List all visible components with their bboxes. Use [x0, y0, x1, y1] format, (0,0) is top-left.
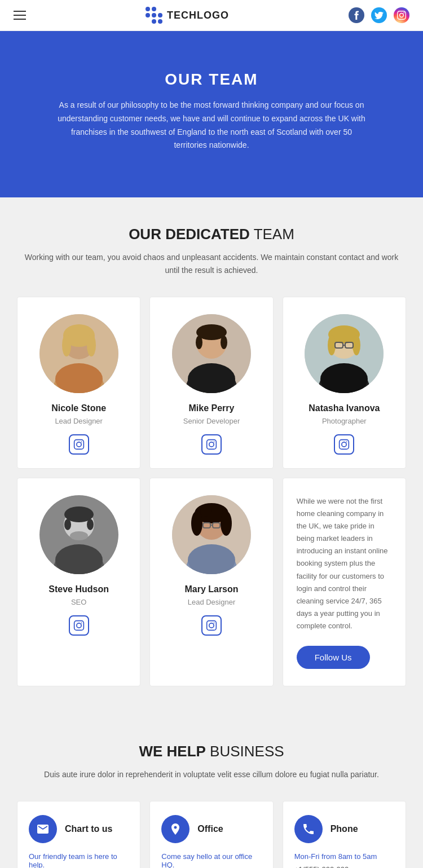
svg-point-16 — [221, 336, 227, 349]
svg-point-42 — [76, 623, 81, 628]
contact-card-office: Office Come say hello at our office HQ. … — [149, 801, 273, 868]
member-role-steve: SEO — [71, 598, 86, 606]
instagram-nicole[interactable] — [69, 434, 89, 455]
svg-point-8 — [76, 442, 81, 447]
svg-point-26 — [352, 335, 360, 355]
avatar-natasha — [305, 314, 384, 393]
twitter-icon[interactable] — [371, 7, 387, 23]
contact-grid: Chart to us Our friendly team is here to… — [17, 801, 406, 868]
member-name-steve: Steve Hudson — [49, 584, 109, 594]
svg-rect-41 — [74, 621, 83, 631]
svg-point-51 — [200, 505, 211, 517]
member-role-nicole: Lead Designer — [55, 417, 103, 425]
team-section-subtitle: Working with our team, you avoid chaos a… — [17, 251, 406, 276]
contact-card-office-header: Office — [161, 815, 261, 843]
contact-title-phone: Phone — [331, 824, 358, 834]
hero-description: As a result of our philosophy to be the … — [56, 99, 367, 152]
contact-card-phone: Phone Mon-Fri from 8am to 5am +1(555) 00… — [283, 801, 406, 868]
contact-detail-phone: +1(555) 000-000 — [294, 864, 394, 868]
contact-highlight-phone: Mon-Fri from 8am to 5am — [294, 852, 394, 861]
team-card-steve: Steve Hudson SEO — [17, 478, 140, 686]
location-icon-circle — [161, 815, 190, 843]
avatar-mary — [172, 495, 251, 574]
svg-rect-7 — [74, 440, 83, 450]
avatar-mike — [172, 314, 251, 393]
contact-card-phone-header: Phone — [294, 815, 394, 843]
logo-dots-icon — [146, 7, 162, 24]
help-section-subtitle: Duis aute irure dolor in reprehenderit i… — [17, 768, 406, 781]
avatar-steve — [39, 495, 118, 574]
facebook-icon[interactable] — [349, 7, 364, 23]
svg-point-50 — [221, 511, 232, 536]
instagram-steve[interactable] — [69, 615, 89, 636]
svg-point-49 — [191, 511, 202, 536]
svg-point-5 — [62, 334, 71, 356]
member-name-mary: Mary Larson — [184, 584, 238, 594]
svg-point-38 — [64, 519, 71, 530]
site-logo: TECHLOGO — [146, 7, 229, 24]
email-icon-circle — [29, 815, 57, 843]
avatar-nicole — [39, 314, 118, 393]
member-name-natasha: Natasha Ivanova — [309, 403, 380, 413]
svg-point-43 — [81, 623, 82, 624]
member-name-nicole: Nicole Stone — [51, 403, 106, 413]
member-role-mike: Senior Developer — [183, 417, 240, 425]
svg-point-15 — [196, 336, 202, 349]
svg-point-52 — [211, 504, 223, 515]
hero-title: OUR TEAM — [56, 71, 367, 89]
contact-highlight-office: Come say hello at our office HQ. — [161, 852, 261, 868]
team-card-mike: Mike Perry Senior Developer — [149, 297, 273, 469]
contact-highlight-email: Our friendly team is here to help. — [29, 852, 129, 868]
member-role-natasha: Photographer — [322, 417, 367, 425]
svg-rect-17 — [207, 440, 217, 450]
team-section: OUR DEDICATED TEAM Working with our team… — [0, 197, 423, 715]
contact-title-office: Office — [197, 824, 223, 834]
svg-point-57 — [209, 623, 214, 628]
contact-title-email: Chart to us — [65, 824, 112, 834]
contact-card-email: Chart to us Our friendly team is here to… — [17, 801, 140, 868]
svg-rect-30 — [340, 440, 349, 450]
svg-point-25 — [328, 335, 336, 355]
instagram-mary[interactable] — [201, 615, 222, 636]
contact-card-email-header: Chart to us — [29, 815, 129, 843]
team-section-title: OUR DEDICATED TEAM — [17, 226, 406, 243]
team-card-natasha: Natasha Ivanova Photographer — [283, 297, 406, 469]
svg-point-6 — [87, 334, 96, 356]
hamburger-menu[interactable] — [14, 11, 26, 20]
logo-text: TECHLOGO — [167, 10, 229, 21]
phone-icon-circle — [294, 815, 323, 843]
team-card-mary: Mary Larson Lead Designer — [149, 478, 273, 686]
follow-us-button[interactable]: Follow Us — [297, 646, 370, 669]
svg-point-40 — [70, 531, 88, 540]
svg-rect-56 — [207, 621, 217, 631]
member-role-mary: Lead Designer — [188, 598, 236, 606]
svg-point-9 — [81, 442, 82, 443]
site-header: TECHLOGO — [0, 0, 423, 31]
help-section: WE HELP BUSINESS Duis aute irure dolor i… — [0, 715, 423, 868]
info-card-text: While we were not the first home cleanin… — [297, 495, 392, 632]
help-section-title: WE HELP BUSINESS — [17, 743, 406, 760]
team-card-nicole: Nicole Stone Lead Designer — [17, 297, 140, 469]
svg-point-31 — [342, 442, 346, 447]
instagram-header-icon[interactable] — [394, 7, 409, 23]
member-name-mike: Mike Perry — [189, 403, 235, 413]
team-grid: Nicole Stone Lead Designer — [17, 297, 406, 686]
instagram-natasha[interactable] — [334, 434, 354, 455]
svg-point-32 — [346, 442, 347, 443]
svg-point-58 — [214, 623, 215, 624]
svg-point-39 — [87, 519, 94, 530]
team-info-card: While we were not the first home cleanin… — [283, 478, 406, 686]
svg-point-19 — [214, 442, 215, 443]
social-links — [349, 7, 409, 23]
instagram-mike[interactable] — [201, 434, 222, 455]
svg-point-18 — [209, 442, 214, 447]
hero-section: OUR TEAM As a result of our philosophy t… — [0, 31, 423, 197]
